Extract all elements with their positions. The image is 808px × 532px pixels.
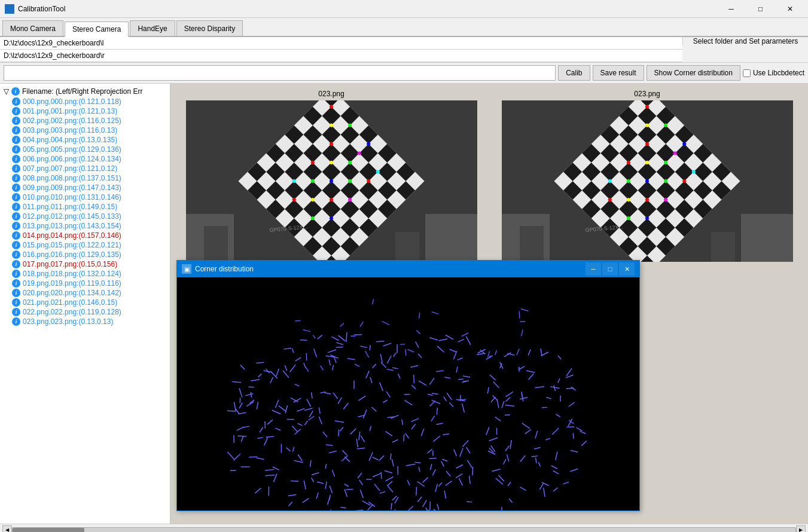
file-label-017: 017.png,017.png:(0.15,0.156)	[23, 260, 117, 268]
corner-distribution-canvas	[177, 277, 639, 510]
file-info-icon-021: i	[12, 298, 20, 307]
select-folder-button[interactable]: Select folder and Set parameters	[682, 37, 808, 45]
file-item-013[interactable]: i013.png,013.png:(0.143,0.154)	[0, 221, 170, 231]
file-info-icon-004: i	[12, 136, 20, 144]
svg-rect-82	[520, 226, 544, 262]
file-info-icon-019: i	[12, 279, 20, 288]
file-item-019[interactable]: i019.png,019.png:(0.119,0.116)	[0, 279, 170, 288]
file-label-001: 001.png,001.png:(0.121,0.13)	[23, 107, 117, 115]
tab-bar: Mono Camera Stereo Camera HandEye Stereo…	[0, 18, 808, 37]
scatter-plot	[177, 277, 639, 510]
file-label-004: 004.png,004.png:(0.13,0.135)	[23, 136, 117, 144]
use-libcbdetect-label[interactable]: Use Libcbdetect	[743, 69, 804, 77]
file-label-020: 020.png,020.png:(0.134,0.142)	[23, 289, 121, 297]
app-title: CalibrationTool	[18, 5, 65, 13]
svg-rect-3	[395, 232, 419, 262]
maximize-button[interactable]: □	[747, 2, 774, 16]
scatter-line	[502, 507, 502, 510]
file-label-022: 022.png,022.png:(0.119,0.128)	[23, 308, 121, 316]
search-input[interactable]	[4, 65, 556, 81]
tab-handeye[interactable]: HandEye	[130, 20, 175, 36]
calib-button[interactable]: Calib	[558, 65, 590, 81]
file-item-007[interactable]: i007.png,007.png:(0.121,0.12)	[0, 164, 170, 173]
file-item-016[interactable]: i016.png,016.png:(0.129,0.135)	[0, 250, 170, 259]
file-item-022[interactable]: i022.png,022.png:(0.119,0.128)	[0, 307, 170, 317]
file-item-001[interactable]: i001.png,001.png:(0.121,0.13)	[0, 106, 170, 116]
scatter-line	[542, 407, 547, 408]
file-info-icon-013: i	[12, 222, 20, 230]
file-item-012[interactable]: i012.png,012.png:(0.145,0.133)	[0, 212, 170, 221]
file-item-005[interactable]: i005.png,005.png:(0.129,0.136)	[0, 145, 170, 154]
file-item-000[interactable]: i000.png,000.png:(0.121,0.118)	[0, 97, 170, 106]
image-panel-left: 023.png	[176, 90, 486, 262]
file-items-container: i000.png,000.png:(0.121,0.118)i001.png,0…	[0, 97, 170, 326]
scatter-line	[573, 433, 574, 439]
image-placeholder-left: GP070-S-12X...	[186, 100, 477, 262]
file-item-008[interactable]: i008.png,008.png:(0.137,0.151)	[0, 173, 170, 183]
svg-rect-80	[741, 214, 793, 262]
title-bar: CalibrationTool ─ □ ✕	[0, 0, 808, 18]
scroll-right-arrow[interactable]: ▶	[796, 525, 806, 533]
file-label-018: 018.png,018.png:(0.132,0.124)	[23, 270, 121, 278]
file-label-023: 023.png,023.png:(0.13,0.13)	[23, 317, 113, 326]
scrollbar-thumb[interactable]	[13, 528, 84, 533]
scrollbar-track[interactable]	[12, 527, 796, 533]
minimize-button[interactable]: ─	[718, 2, 745, 16]
file-item-011[interactable]: i011.png,011.png:(0.149,0.15)	[0, 202, 170, 212]
file-info-icon-023: i	[12, 317, 20, 326]
use-libcbdetect-checkbox[interactable]	[743, 69, 751, 77]
file-item-018[interactable]: i018.png,018.png:(0.132,0.124)	[0, 269, 170, 279]
file-panel: ▽ i Filename: (Left/Right Reprojection E…	[0, 84, 170, 524]
file-info-icon-018: i	[12, 270, 20, 278]
file-list-header: ▽ i Filename: (Left/Right Reprojection E…	[0, 86, 170, 97]
image-panel-right: 023.png	[492, 90, 802, 262]
close-button[interactable]: ✕	[776, 2, 803, 16]
file-info-icon-000: i	[12, 97, 20, 106]
corner-minimize-button[interactable]: ─	[586, 262, 601, 276]
tab-stereo[interactable]: Stereo Camera	[65, 22, 129, 37]
file-item-009[interactable]: i009.png,009.png:(0.147,0.143)	[0, 183, 170, 192]
file-info-icon-002: i	[12, 117, 20, 125]
show-corner-button[interactable]: Show Corner distribution	[647, 65, 740, 81]
scatter-line	[227, 411, 236, 411]
scatter-line	[234, 435, 234, 443]
tree-collapse-icon[interactable]: ▽	[4, 87, 9, 96]
file-label-016: 016.png,016.png:(0.129,0.135)	[23, 250, 121, 259]
image-title-right: 023.png	[634, 90, 660, 98]
file-item-006[interactable]: i006.png,006.png:(0.124,0.134)	[0, 154, 170, 164]
file-label-005: 005.png,005.png:(0.129,0.136)	[23, 145, 121, 154]
corner-maximize-button[interactable]: □	[602, 262, 618, 276]
scatter-line	[429, 458, 437, 458]
file-item-020[interactable]: i020.png,020.png:(0.134,0.142)	[0, 288, 170, 298]
file-item-017[interactable]: i017.png,017.png:(0.15,0.156)	[0, 259, 170, 269]
file-label-012: 012.png,012.png:(0.145,0.133)	[23, 212, 121, 221]
svg-rect-2	[425, 214, 477, 262]
image-title-left: 023.png	[318, 90, 344, 98]
file-label-003: 003.png,003.png:(0.116,0.13)	[23, 126, 117, 134]
file-label-008: 008.png,008.png:(0.137,0.151)	[23, 174, 121, 182]
file-item-023[interactable]: i023.png,023.png:(0.13,0.13)	[0, 317, 170, 326]
save-result-button[interactable]: Save result	[593, 65, 644, 81]
file-info-icon-014: i	[12, 231, 20, 240]
file-item-002[interactable]: i002.png,002.png:(0.116,0.125)	[0, 116, 170, 126]
file-item-015[interactable]: i015.png,015.png:(0.122,0.121)	[0, 240, 170, 250]
corner-close-button[interactable]: ✕	[619, 262, 635, 276]
file-item-003[interactable]: i003.png,003.png:(0.116,0.13)	[0, 126, 170, 135]
file-label-006: 006.png,006.png:(0.124,0.134)	[23, 155, 121, 163]
file-label-002: 002.png,002.png:(0.116,0.125)	[23, 117, 121, 125]
file-info-icon-020: i	[12, 289, 20, 297]
file-info-icon-005: i	[12, 145, 20, 154]
tab-disparity[interactable]: Stereo Disparity	[176, 20, 243, 36]
file-item-004[interactable]: i004.png,004.png:(0.13,0.135)	[0, 135, 170, 145]
file-label-009: 009.png,009.png:(0.147,0.143)	[23, 184, 121, 192]
scroll-left-arrow[interactable]: ◀	[2, 525, 12, 533]
tab-mono[interactable]: Mono Camera	[2, 20, 63, 36]
file-item-021[interactable]: i021.png,021.png:(0.146,0.15)	[0, 298, 170, 307]
file-item-014[interactable]: i014.png,014.png:(0.157,0.146)	[0, 231, 170, 240]
file-item-010[interactable]: i010.png,010.png:(0.131,0.146)	[0, 192, 170, 202]
scatter-line	[291, 481, 298, 482]
corner-window-titlebar: ▣ Corner distribution ─ □ ✕	[177, 261, 639, 277]
corner-window-icon: ▣	[182, 264, 191, 274]
file-info-icon-008: i	[12, 174, 20, 182]
scatter-line	[466, 502, 472, 502]
